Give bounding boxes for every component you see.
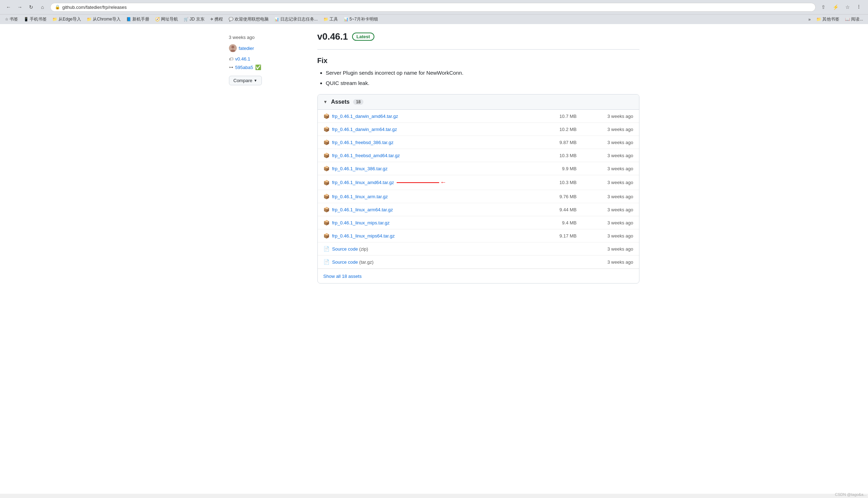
bookmark-item[interactable]: 📊 日志记录日志任务... bbox=[272, 16, 320, 23]
compare-button[interactable]: Compare ▼ bbox=[229, 76, 262, 85]
assets-section: ▼ Assets 18 📦 frp_0.46.1_darwin_amd64.ta… bbox=[317, 94, 639, 284]
reload-button[interactable]: ↻ bbox=[26, 2, 36, 12]
asset-link[interactable]: frp_0.46.1_freebsd_386.tar.gz bbox=[332, 140, 541, 145]
chat-icon: 💬 bbox=[229, 17, 234, 22]
bookmark-label: 日志记录日志任务... bbox=[280, 16, 318, 22]
show-all-row: Show all 18 assets bbox=[318, 269, 639, 283]
page-content: 3 weeks ago fatedier 🏷 v0.46.1 ⊶ 595aba5 bbox=[0, 24, 868, 494]
browser-toolbar: ← → ↻ ⌂ 🔒 github.com/fatedier/frp/releas… bbox=[0, 0, 868, 14]
asset-size: 10.3 MB bbox=[541, 153, 577, 158]
watermark: CSDN @tago&a... bbox=[835, 492, 867, 494]
asset-size: 9.87 MB bbox=[541, 140, 577, 145]
forward-button[interactable]: → bbox=[15, 2, 25, 12]
sidebar-time: 3 weeks ago bbox=[229, 35, 307, 40]
asset-time: 3 weeks ago bbox=[591, 233, 633, 239]
folder-icon: 📁 bbox=[816, 17, 821, 22]
address-bar[interactable]: 🔒 github.com/fatedier/frp/releases bbox=[50, 3, 816, 12]
back-button[interactable]: ← bbox=[4, 2, 13, 12]
reading-icon: 📖 bbox=[845, 17, 850, 22]
more-label: » bbox=[808, 17, 811, 22]
package-icon: 📦 bbox=[323, 153, 329, 158]
nav-icon: 🧭 bbox=[155, 17, 160, 22]
bookmark-item[interactable]: 📁 工具 bbox=[321, 16, 340, 23]
asset-link[interactable]: frp_0.46.1_darwin_arm64.tar.gz bbox=[332, 127, 541, 132]
asset-link[interactable]: frp_0.46.1_linux_arm64.tar.gz bbox=[332, 207, 541, 212]
extensions-button[interactable]: ⚡ bbox=[830, 2, 840, 12]
divider bbox=[317, 49, 639, 50]
asset-time: 3 weeks ago bbox=[591, 194, 633, 199]
package-icon: 📦 bbox=[323, 126, 329, 132]
source-icon: 📄 bbox=[323, 259, 329, 265]
asset-time: 3 weeks ago bbox=[591, 180, 633, 185]
bookmark-label: JD 京东 bbox=[190, 16, 205, 22]
assets-header[interactable]: ▼ Assets 18 bbox=[318, 95, 639, 110]
table-row-highlighted: 📦 frp_0.46.1_linux_amd64.tar.gz ← 10.3 M… bbox=[318, 175, 639, 190]
username[interactable]: fatedier bbox=[239, 46, 254, 51]
tag-icon: 🏷 bbox=[229, 57, 233, 62]
asset-link[interactable]: frp_0.46.1_linux_mips64.tar.gz bbox=[332, 233, 541, 239]
fix-text: Server Plugin sends incorrect op name fo… bbox=[326, 70, 464, 76]
sheet-icon: 📊 bbox=[344, 17, 349, 22]
commit-hash[interactable]: 595aba5 bbox=[235, 65, 253, 70]
list-item: Server Plugin sends incorrect op name fo… bbox=[326, 69, 639, 77]
asset-link[interactable]: frp_0.46.1_linux_386.tar.gz bbox=[332, 166, 541, 171]
bookmark-label: 从Edge导入 bbox=[58, 16, 81, 22]
table-row-source: 📄 Source code (tar.gz) 3 weeks ago bbox=[318, 256, 639, 269]
package-icon: 📦 bbox=[323, 233, 329, 239]
bookmark-item[interactable]: 📁 从Chrome导入 bbox=[85, 16, 123, 23]
page-layout: 3 weeks ago fatedier 🏷 v0.46.1 ⊶ 595aba5 bbox=[222, 24, 646, 291]
bookmark-item[interactable]: 📱 手机书签 bbox=[22, 16, 49, 23]
table-row: 📦 frp_0.46.1_freebsd_386.tar.gz 9.87 MB … bbox=[318, 136, 639, 149]
section-title: Fix bbox=[317, 57, 639, 65]
bookmark-item[interactable]: 📁 其他书签 bbox=[814, 16, 841, 23]
bookmark-label: 手机书签 bbox=[30, 16, 47, 22]
bookmark-item[interactable]: 📘 新机手册 bbox=[124, 16, 151, 23]
asset-size: 9.76 MB bbox=[541, 194, 577, 199]
more-button[interactable]: ⠇ bbox=[855, 2, 864, 12]
source-icon: 📄 bbox=[323, 246, 329, 252]
favorites-button[interactable]: ☆ bbox=[843, 2, 852, 12]
shop-icon: 🛒 bbox=[184, 17, 189, 22]
download-button[interactable]: ⇧ bbox=[818, 2, 828, 12]
package-icon: 📦 bbox=[323, 113, 329, 119]
release-section: Fix Server Plugin sends incorrect op nam… bbox=[317, 57, 639, 87]
home-button[interactable]: ⌂ bbox=[38, 2, 47, 12]
bookmark-item[interactable]: 📖 阅读... bbox=[843, 16, 865, 23]
asset-link-highlighted[interactable]: frp_0.46.1_linux_amd64.tar.gz bbox=[332, 180, 394, 185]
bookmark-label: 阅读... bbox=[851, 16, 863, 22]
triangle-icon: ▼ bbox=[323, 99, 328, 104]
assets-title: Assets bbox=[331, 99, 349, 105]
asset-link[interactable]: frp_0.46.1_freebsd_amd64.tar.gz bbox=[332, 153, 541, 158]
asset-name-container: frp_0.46.1_linux_amd64.tar.gz ← bbox=[332, 179, 541, 186]
bookmark-item[interactable]: 💬 欢迎使用联想电脑 bbox=[226, 16, 271, 23]
bookmark-label: 网址导航 bbox=[161, 16, 178, 22]
bookmark-item[interactable]: 📁 从Edge导入 bbox=[50, 16, 83, 23]
svg-point-1 bbox=[231, 46, 234, 48]
bookmark-item[interactable]: 📊 5~7月补卡明细 bbox=[341, 16, 380, 23]
bookmark-item[interactable]: 🛒 JD 京东 bbox=[182, 16, 207, 23]
folder-icon: 📁 bbox=[87, 17, 92, 22]
browser-chrome: ← → ↻ ⌂ 🔒 github.com/fatedier/frp/releas… bbox=[0, 0, 868, 24]
bookmark-item[interactable]: 🧭 网址导航 bbox=[153, 16, 180, 23]
asset-link[interactable]: frp_0.46.1_linux_arm.tar.gz bbox=[332, 194, 541, 199]
asset-link[interactable]: frp_0.46.1_linux_mips.tar.gz bbox=[332, 220, 541, 225]
asset-time: 3 weeks ago bbox=[591, 220, 633, 225]
bookmark-label: 携程 bbox=[214, 16, 223, 22]
asset-time: 3 weeks ago bbox=[591, 207, 633, 212]
chart-icon: 📊 bbox=[274, 17, 279, 22]
asset-link-source[interactable]: Source code (tar.gz) bbox=[332, 259, 541, 265]
bookmark-item[interactable]: ☆ 书签 bbox=[3, 16, 20, 23]
tag-value[interactable]: v0.46.1 bbox=[235, 56, 251, 62]
package-icon: 📦 bbox=[323, 139, 329, 145]
bookmark-item[interactable]: ✈ 携程 bbox=[208, 16, 225, 23]
asset-time: 3 weeks ago bbox=[591, 140, 633, 145]
compare-label: Compare bbox=[234, 78, 252, 83]
asset-link-source[interactable]: Source code (zip) bbox=[332, 246, 541, 252]
lock-icon: 🔒 bbox=[55, 5, 60, 10]
bookmarks-more[interactable]: » bbox=[806, 16, 813, 23]
show-all-link[interactable]: Show all 18 assets bbox=[323, 274, 362, 279]
tools-icon: 📁 bbox=[323, 17, 328, 22]
asset-time: 3 weeks ago bbox=[591, 246, 633, 252]
table-row: 📦 frp_0.46.1_freebsd_amd64.tar.gz 10.3 M… bbox=[318, 149, 639, 162]
asset-link[interactable]: frp_0.46.1_darwin_amd64.tar.gz bbox=[332, 114, 541, 119]
